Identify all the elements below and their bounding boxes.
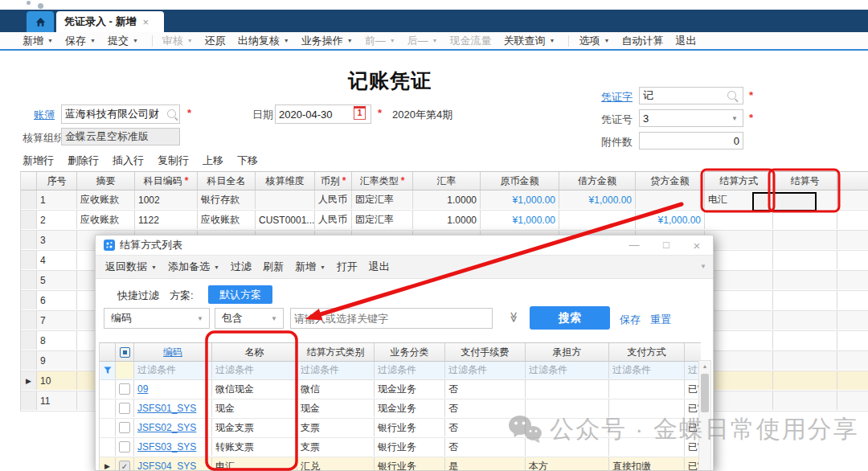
- row-toolbar-删除行[interactable]: 删除行: [68, 154, 99, 168]
- settlement-column-label[interactable]: 编码: [163, 346, 182, 359]
- voucher-cell[interactable]: [705, 251, 773, 269]
- voucher-cell[interactable]: 2: [37, 211, 77, 229]
- voucher-cell[interactable]: 人民币: [315, 211, 352, 229]
- keyword-input[interactable]: [290, 308, 493, 329]
- settlement-code-link[interactable]: 09: [137, 383, 148, 395]
- dialog-menu-item-退出[interactable]: 退出: [369, 260, 390, 274]
- voucher-cell[interactable]: 1.0000: [413, 211, 481, 229]
- settlement-cell-bearer[interactable]: [526, 438, 609, 456]
- settlement-column-header-编码[interactable]: 编码: [134, 343, 212, 361]
- voucher-cell[interactable]: [773, 271, 837, 289]
- table-row[interactable]: 2应收账款1122应收账款CUST0001...人民币固定汇率1.0000¥1,…: [21, 211, 868, 231]
- filter-condition-cell[interactable]: 过滤条件: [445, 362, 526, 379]
- voucher-cell[interactable]: [773, 251, 837, 269]
- book-label-link[interactable]: 账簿: [34, 108, 55, 122]
- settlement-cell-biz[interactable]: 银行业务: [375, 419, 445, 436]
- voucher-cell[interactable]: 1122: [135, 211, 198, 229]
- expand-filter-icon[interactable]: ≫: [508, 312, 520, 323]
- dialog-menu-item-打开[interactable]: 打开: [337, 260, 358, 274]
- settlement-row[interactable]: JSFS02_SYS现金支票支票银行业务否已审: [100, 419, 701, 438]
- row-toolbar-下移[interactable]: 下移: [237, 154, 258, 168]
- voucher-cell[interactable]: [837, 331, 868, 350]
- reset-link[interactable]: 重置: [650, 313, 671, 327]
- book-input[interactable]: [61, 104, 180, 124]
- settlement-cell-fee[interactable]: 否: [445, 399, 526, 417]
- settlement-cell-biz[interactable]: 现金业务: [375, 399, 445, 417]
- voucher-cell[interactable]: [705, 271, 773, 289]
- voucher-cell[interactable]: [705, 351, 773, 370]
- voucher-cell[interactable]: [256, 190, 315, 209]
- settlement-cell-pay[interactable]: [609, 438, 685, 456]
- filter-condition-cell[interactable]: 过滤条件: [375, 362, 445, 379]
- row-toolbar-插入行[interactable]: 插入行: [113, 154, 144, 168]
- tab-voucher-entry[interactable]: 凭证录入 - 新增 ×: [56, 11, 164, 32]
- settlement-code-link[interactable]: JSFS02_SYS: [137, 422, 196, 433]
- settlement-cell-name[interactable]: 电汇: [212, 457, 297, 471]
- search-button[interactable]: 搜索: [530, 306, 610, 330]
- menu-item-新增[interactable]: 新增▼: [23, 34, 53, 48]
- selected-cell[interactable]: [752, 192, 817, 211]
- settlement-cell-name[interactable]: 微信现金: [212, 380, 297, 398]
- settlement-cell-category[interactable]: 微信: [297, 380, 375, 398]
- voucher-cell[interactable]: [773, 311, 837, 330]
- voucher-cell[interactable]: [705, 311, 773, 330]
- voucher-cell[interactable]: [705, 211, 773, 229]
- settlement-code-link[interactable]: JSFS03_SYS: [137, 441, 196, 453]
- voucher-cell[interactable]: 5: [37, 271, 77, 289]
- voucher-cell[interactable]: [837, 311, 868, 330]
- voucher-cell[interactable]: [705, 371, 773, 390]
- voucher-cell[interactable]: [705, 291, 773, 309]
- book-search-icon[interactable]: [167, 109, 176, 118]
- dialog-menu-item-新增[interactable]: 新增▼: [295, 260, 326, 274]
- voucher-cell[interactable]: 7: [37, 311, 77, 330]
- voucher-cell[interactable]: 应收账款: [77, 211, 135, 229]
- voucher-cell[interactable]: 4: [37, 251, 77, 269]
- settlement-cell-bearer[interactable]: [526, 380, 609, 398]
- filter-operator-select[interactable]: 包含 ▼: [215, 308, 284, 329]
- voucher-cell[interactable]: 应收账款: [198, 211, 256, 229]
- settlement-cell-code[interactable]: JSFS02_SYS: [134, 419, 212, 436]
- voucher-cell[interactable]: [773, 291, 837, 309]
- dialog-menu-item-刷新[interactable]: 刷新: [263, 260, 284, 274]
- settlement-cell-biz[interactable]: 银行业务: [375, 438, 445, 456]
- filter-field-select[interactable]: 编码 ▼: [104, 308, 210, 329]
- voucher-cell[interactable]: [559, 211, 636, 229]
- menu-item-出纳复核[interactable]: 出纳复核▼: [238, 34, 289, 48]
- voucher-cell[interactable]: 3: [37, 231, 77, 249]
- settlement-code-link[interactable]: JSFS01_SYS: [137, 403, 196, 414]
- settlement-cell-pay[interactable]: [609, 380, 685, 398]
- voucher-cell[interactable]: 银行存款: [198, 190, 256, 209]
- voucher-cell[interactable]: 6: [37, 291, 77, 309]
- save-link[interactable]: 保存: [620, 313, 641, 327]
- voucher-no-dropdown-icon[interactable]: ▼: [731, 115, 738, 122]
- row-toolbar-上移[interactable]: 上移: [203, 154, 223, 168]
- voucher-cell[interactable]: 应收账款: [77, 190, 135, 209]
- voucher-cell[interactable]: 固定汇率: [352, 190, 413, 209]
- voucher-cell[interactable]: [837, 371, 868, 390]
- voucher-no-input[interactable]: [639, 109, 743, 127]
- voucher-cell[interactable]: [837, 291, 868, 309]
- checkbox[interactable]: ✓: [119, 461, 130, 471]
- voucher-cell[interactable]: 8: [37, 331, 77, 350]
- settlement-row[interactable]: ▶✓JSFS04_SYS电汇汇兑银行业务是本方直接扣缴已审: [100, 457, 701, 471]
- settlement-cell-category[interactable]: 支票: [297, 438, 375, 456]
- settlement-cell-bearer[interactable]: [526, 419, 609, 436]
- settlement-cell-name[interactable]: 现金: [212, 399, 297, 417]
- menubar-expand-icon[interactable]: ▼: [700, 263, 706, 270]
- voucher-cell[interactable]: [837, 190, 868, 209]
- voucher-cell[interactable]: ¥1,000.00: [481, 190, 559, 209]
- dialog-menu-item-添加备选[interactable]: 添加备选▼: [168, 260, 219, 274]
- settlement-cell-category[interactable]: 支票: [297, 419, 375, 436]
- dialog-scrollbar[interactable]: ▲: [698, 360, 711, 471]
- menu-item-关联查询[interactable]: 关联查询▼: [504, 34, 555, 48]
- voucher-cell[interactable]: 1: [37, 190, 77, 209]
- filter-condition-cell[interactable]: 过滤条件: [212, 362, 297, 379]
- settlement-row[interactable]: JSFS03_SYS转账支票支票银行业务否已审: [100, 438, 701, 457]
- settlement-cell-code[interactable]: JSFS03_SYS: [134, 438, 212, 456]
- calendar-icon[interactable]: 1: [354, 106, 366, 120]
- voucher-cell[interactable]: CUST0001...: [256, 211, 315, 229]
- settlement-cell-category[interactable]: 现金: [297, 399, 375, 417]
- settlement-cell-pay[interactable]: [609, 419, 685, 436]
- menu-item-保存[interactable]: 保存▼: [65, 34, 96, 48]
- voucher-cell[interactable]: [773, 211, 837, 229]
